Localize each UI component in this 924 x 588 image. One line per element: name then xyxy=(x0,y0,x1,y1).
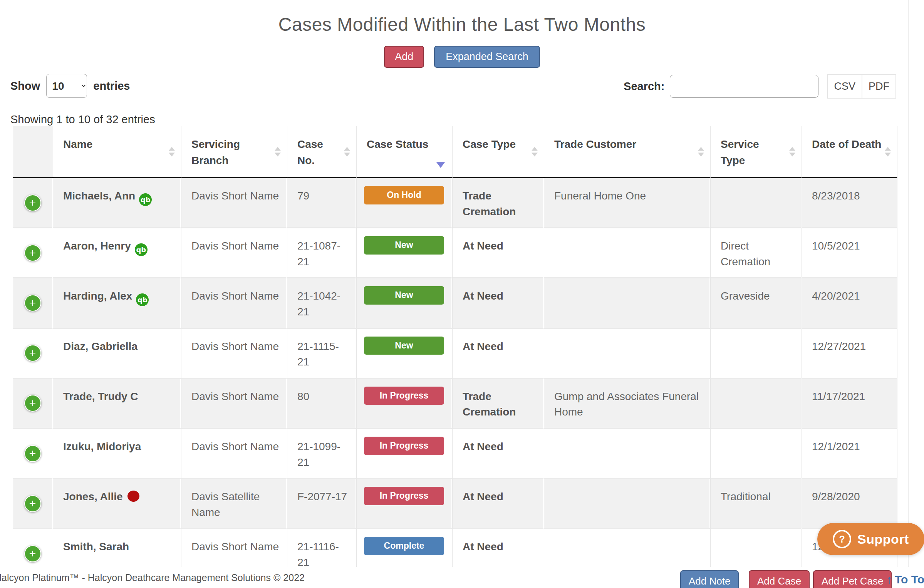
cell-expand: + xyxy=(13,329,53,379)
export-csv-button[interactable]: CSV xyxy=(827,74,862,99)
case-type-text: At Need xyxy=(463,240,503,252)
expand-row-button[interactable]: + xyxy=(24,545,41,562)
add-note-button[interactable]: Add Note xyxy=(680,570,739,588)
cell-servicing-branch: Davis Short Name xyxy=(181,379,287,429)
quickbooks-icon: qb xyxy=(136,293,149,306)
cases-table-wrapper: NameServicing BranchCase No.Case StatusC… xyxy=(13,126,899,567)
export-buttons: CSV PDF xyxy=(827,74,896,99)
status-badge: On Hold xyxy=(364,186,444,204)
cell-name: Michaels, Annqb xyxy=(53,178,181,228)
cell-case-status: On Hold xyxy=(356,178,452,228)
cell-case-type: At Need xyxy=(452,479,544,529)
status-badge: New xyxy=(364,236,444,255)
cell-case-no: 21-1099-21 xyxy=(287,429,356,479)
add-case-button[interactable]: Add Case xyxy=(749,570,810,588)
table-controls: Show 10 entries Search: CSV PDF xyxy=(10,74,896,99)
entries-label: entries xyxy=(93,80,130,92)
sort-icon xyxy=(532,147,538,157)
table-row: +Diaz, GabriellaDavis Short Name21-1115-… xyxy=(13,329,897,379)
sort-icon xyxy=(885,147,891,157)
column-header-label: Service Type xyxy=(721,138,759,166)
cell-trade-customer: Funeral Home One xyxy=(544,178,710,228)
cases-table: NameServicing BranchCase No.Case StatusC… xyxy=(13,126,897,567)
expand-row-button[interactable]: + xyxy=(24,445,41,462)
cell-name: Izuku, Midoriya xyxy=(53,429,181,479)
case-name-text: Jones, Allie xyxy=(63,491,123,503)
status-badge: Complete xyxy=(364,537,444,555)
expanded-search-button[interactable]: Expanded Search xyxy=(434,46,540,68)
column-header-name[interactable]: Name xyxy=(53,126,181,178)
search-label: Search: xyxy=(624,80,664,93)
cell-name: Harding, Alexqb xyxy=(53,278,181,328)
cell-expand: + xyxy=(13,228,53,278)
expand-row-button[interactable]: + xyxy=(24,194,41,211)
cell-case-no: 21-1042-21 xyxy=(287,278,356,328)
add-button[interactable]: Add xyxy=(384,46,424,68)
cell-trade-customer xyxy=(544,479,710,529)
to-top-link[interactable]: ↑To Top xyxy=(887,573,924,586)
cell-trade-customer xyxy=(544,228,710,278)
table-row: +Michaels, AnnqbDavis Short Name79On Hol… xyxy=(13,178,897,228)
cell-case-no: 80 xyxy=(287,379,356,429)
status-badge: In Progress xyxy=(364,487,444,505)
expand-row-button[interactable]: + xyxy=(24,395,41,412)
cell-date-of-death: 4/20/2021 xyxy=(802,278,897,328)
cell-case-type: At Need xyxy=(452,429,544,479)
cell-name: Aaron, Henryqb xyxy=(53,228,181,278)
table-row: +Aaron, HenryqbDavis Short Name21-1087-2… xyxy=(13,228,897,278)
cell-date-of-death: 11/17/2021 xyxy=(802,379,897,429)
arrow-up-icon: ↑ xyxy=(887,573,892,586)
cell-case-status: New xyxy=(356,278,452,328)
column-header-service-type[interactable]: Service Type xyxy=(710,126,802,178)
column-header-trade-customer[interactable]: Trade Customer xyxy=(544,126,710,178)
case-type-text: Trade Cremation xyxy=(463,390,516,418)
table-row: +Izuku, MidoriyaDavis Short Name21-1099-… xyxy=(13,429,897,479)
cell-trade-customer xyxy=(544,529,710,567)
cell-servicing-branch: Davis Satellite Name xyxy=(181,479,287,529)
export-pdf-button[interactable]: PDF xyxy=(862,74,896,99)
support-button[interactable]: ? Support xyxy=(817,523,924,555)
expand-row-button[interactable]: + xyxy=(24,495,41,512)
to-top-label: To Top xyxy=(895,573,924,586)
expand-row-button[interactable]: + xyxy=(24,245,41,261)
cell-case-status: New xyxy=(356,329,452,379)
cell-expand: + xyxy=(13,278,53,328)
cell-trade-customer xyxy=(544,429,710,479)
expand-row-button[interactable]: + xyxy=(24,345,41,362)
cell-service-type xyxy=(710,529,802,567)
add-pet-case-button[interactable]: Add Pet Case xyxy=(813,570,892,588)
column-header-case-no[interactable]: Case No. xyxy=(287,126,356,178)
column-header-label: Trade Customer xyxy=(554,138,636,150)
table-row: +Smith, SarahDavis Short Name21-1116-21C… xyxy=(13,529,897,567)
cell-case-status: Complete xyxy=(356,529,452,567)
cell-case-type: Trade Cremation xyxy=(452,178,544,228)
cell-case-no: 21-1115-21 xyxy=(287,329,356,379)
column-header-case-type[interactable]: Case Type xyxy=(452,126,544,178)
column-header-date-of-death[interactable]: Date of Death xyxy=(802,126,897,178)
cell-case-status: In Progress xyxy=(356,479,452,529)
page-length-select[interactable]: 10 xyxy=(46,74,87,98)
table-row: +Harding, AlexqbDavis Short Name21-1042-… xyxy=(13,278,897,328)
case-type-text: At Need xyxy=(463,290,503,302)
cell-service-type xyxy=(710,379,802,429)
column-header-label: Date of Death xyxy=(812,138,881,150)
table-header-row: NameServicing BranchCase No.Case StatusC… xyxy=(13,126,897,178)
case-name-text: Michaels, Ann xyxy=(63,190,135,202)
quickbooks-icon: qb xyxy=(139,193,152,206)
case-type-text: At Need xyxy=(463,541,503,553)
status-badge: New xyxy=(364,286,444,305)
cell-case-type: Trade Cremation xyxy=(452,379,544,429)
expand-row-button[interactable]: + xyxy=(24,295,41,312)
search-input[interactable] xyxy=(670,75,818,98)
cell-case-type: At Need xyxy=(452,329,544,379)
cell-servicing-branch: Davis Short Name xyxy=(181,329,287,379)
column-header-case-status[interactable]: Case Status xyxy=(356,126,452,178)
column-header-expand xyxy=(13,126,53,178)
column-header-servicing-branch[interactable]: Servicing Branch xyxy=(181,126,287,178)
cell-name: Diaz, Gabriella xyxy=(53,329,181,379)
cell-name: Trade, Trudy C xyxy=(53,379,181,429)
cell-servicing-branch: Davis Short Name xyxy=(181,228,287,278)
case-name-text: Harding, Alex xyxy=(63,290,132,302)
case-name-text: Trade, Trudy C xyxy=(63,390,138,402)
cell-trade-customer xyxy=(544,329,710,379)
